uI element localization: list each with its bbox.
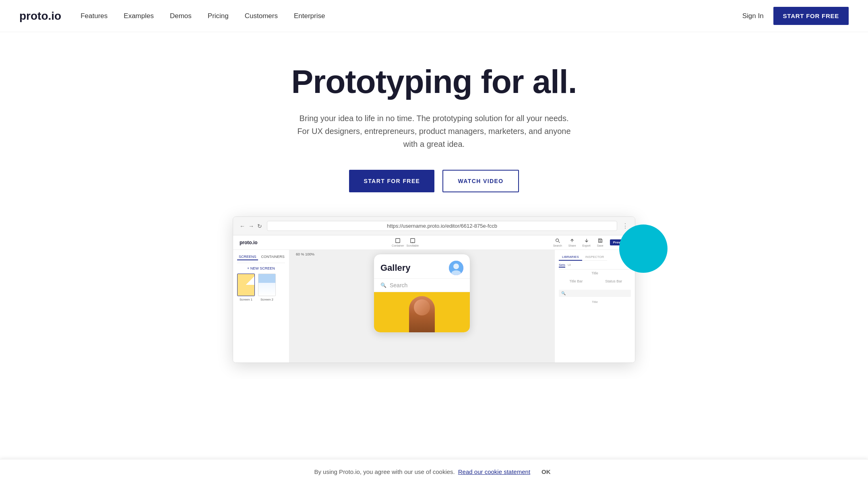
nav-link-features[interactable]: Features bbox=[81, 12, 107, 20]
ui-subtab[interactable]: UI bbox=[568, 263, 571, 268]
screen-1-thumbnail bbox=[237, 274, 255, 296]
phone-search-placeholder: Search bbox=[390, 282, 407, 288]
sets-subtab[interactable]: Sets bbox=[559, 263, 565, 268]
nav-link-examples[interactable]: Examples bbox=[124, 12, 154, 20]
browser-app-content: SCREENS CONTAINERS + NEW SCREEN Screen 1 bbox=[233, 250, 635, 362]
title-label: Title bbox=[559, 271, 631, 275]
hero-buttons: START FOR FREE WATCH VIDEO bbox=[16, 170, 852, 192]
back-icon[interactable]: ← bbox=[240, 223, 245, 229]
hero-start-free-button[interactable]: START FOR FREE bbox=[349, 170, 434, 192]
refresh-icon[interactable]: ↻ bbox=[257, 223, 262, 229]
inspector-title-text: Title bbox=[592, 300, 598, 304]
browser-nav-buttons: ← → ↻ bbox=[240, 223, 262, 229]
hero-watch-video-button[interactable]: WATCH VIDEO bbox=[442, 170, 519, 192]
phone-avatar bbox=[449, 261, 463, 275]
svg-point-6 bbox=[453, 264, 459, 269]
phone-header: Gallery bbox=[374, 254, 470, 279]
inspector-title-section: Title bbox=[559, 300, 631, 304]
container-tool[interactable]: Container bbox=[392, 238, 404, 247]
inspector-search-input[interactable] bbox=[559, 290, 631, 297]
screen-2-label: Screen 2 bbox=[258, 298, 276, 301]
browser-menu-icon[interactable]: ⋮ bbox=[622, 222, 628, 230]
logo[interactable]: proto.io bbox=[19, 10, 61, 23]
phone-mockup: Gallery 🔍 Search bbox=[374, 254, 470, 333]
app-inspector-panel: LIBRARIES INSPECTOR Sets UI Title Title … bbox=[554, 250, 635, 362]
scrollable-tool[interactable]: Scrollable bbox=[406, 238, 419, 247]
zoom-level: 60 % 100% bbox=[296, 252, 314, 256]
screens-tab[interactable]: SCREENS bbox=[237, 254, 258, 260]
containers-tab[interactable]: CONTAINERS bbox=[260, 254, 286, 260]
svg-line-4 bbox=[558, 242, 560, 243]
screens-list: Screen 1 Screen 2 bbox=[237, 274, 285, 301]
status-bar-item: Status Bar bbox=[597, 279, 631, 285]
nav-link-pricing[interactable]: Pricing bbox=[208, 12, 229, 20]
app-top-toolbar: proto.io Container Scrollable Search bbox=[233, 235, 635, 250]
hero-title: Prototyping for all. bbox=[16, 64, 852, 99]
inspector-bars-row: Title Bar Status Bar bbox=[559, 279, 631, 289]
nav-link-enterprise[interactable]: Enterprise bbox=[294, 12, 325, 20]
app-canvas[interactable]: 60 % 100% Gallery bbox=[289, 250, 554, 362]
nav-links: Features Examples Demos Pricing Customer… bbox=[81, 12, 742, 20]
status-bar-label: Status Bar bbox=[597, 279, 631, 283]
app-logo-toolbar: proto.io bbox=[240, 240, 258, 245]
inspector-tab[interactable]: INSPECTOR bbox=[582, 254, 608, 261]
save-tool[interactable]: Save bbox=[597, 238, 603, 247]
nav-cta-button[interactable]: START FOR FREE bbox=[773, 7, 849, 25]
hero-subtitle: Bring your idea to life in no time. The … bbox=[293, 112, 575, 150]
screen-thumb-2[interactable]: Screen 2 bbox=[258, 274, 276, 301]
forward-icon[interactable]: → bbox=[248, 223, 254, 229]
svg-rect-0 bbox=[396, 239, 400, 243]
toolbar-icons-right: Search Share Export Save bbox=[553, 238, 628, 247]
inspector-title-item: Title bbox=[559, 271, 631, 275]
phone-search-bar[interactable]: 🔍 Search bbox=[374, 279, 470, 292]
logo-text: proto.io bbox=[19, 10, 61, 22]
phone-image-area bbox=[374, 292, 470, 332]
browser-toolbar: ← → ↻ https://username.proto.io/editor/6… bbox=[233, 217, 635, 235]
svg-point-3 bbox=[556, 239, 558, 242]
export-tool[interactable]: Export bbox=[583, 238, 591, 247]
nav-link-customers[interactable]: Customers bbox=[245, 12, 278, 20]
new-screen-button[interactable]: + NEW SCREEN bbox=[237, 266, 285, 270]
sign-in-link[interactable]: Sign In bbox=[742, 12, 764, 20]
search-tool[interactable]: Search bbox=[553, 238, 562, 247]
libraries-tab[interactable]: LIBRARIES bbox=[559, 254, 582, 261]
screen-thumb-1[interactable]: Screen 1 bbox=[237, 274, 255, 301]
nav-link-demos[interactable]: Demos bbox=[170, 12, 192, 20]
phone-title: Gallery bbox=[380, 263, 411, 273]
hero-section: Prototyping for all. Bring your idea to … bbox=[0, 32, 868, 379]
title-bar-label: Title Bar bbox=[559, 279, 593, 283]
screen-1-label: Screen 1 bbox=[237, 298, 255, 301]
app-left-sidebar: SCREENS CONTAINERS + NEW SCREEN Screen 1 bbox=[233, 250, 289, 362]
phone-search-icon: 🔍 bbox=[380, 282, 386, 288]
nav-actions: Sign In START FOR FREE bbox=[742, 7, 849, 25]
sidebar-tabs: SCREENS CONTAINERS bbox=[237, 254, 285, 263]
browser-address-bar[interactable]: https://username.proto.io/editor/6612-87… bbox=[267, 221, 617, 231]
share-tool[interactable]: Share bbox=[568, 238, 576, 247]
main-nav: proto.io Features Examples Demos Pricing… bbox=[0, 0, 868, 32]
browser-mockup-container: ← → ↻ https://username.proto.io/editor/6… bbox=[233, 216, 635, 363]
cyan-decoration-circle bbox=[619, 224, 668, 273]
title-bar-item: Title Bar bbox=[559, 279, 593, 285]
screen-2-thumbnail bbox=[258, 274, 276, 296]
browser-window: ← → ↻ https://username.proto.io/editor/6… bbox=[233, 216, 635, 363]
